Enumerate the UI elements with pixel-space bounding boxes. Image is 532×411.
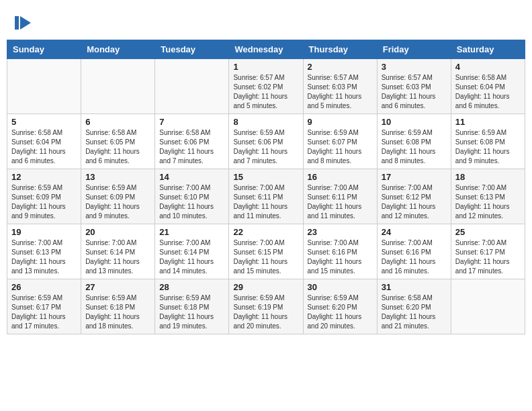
day-cell: 5Sunrise: 6:58 AM Sunset: 6:04 PM Daylig… xyxy=(7,114,81,169)
day-info: Sunrise: 6:58 AM Sunset: 6:20 PM Dayligh… xyxy=(382,293,447,331)
day-info: Sunrise: 7:00 AM Sunset: 6:13 PM Dayligh… xyxy=(11,238,77,276)
logo-icon xyxy=(13,13,32,32)
day-cell xyxy=(81,59,155,114)
day-cell: 17Sunrise: 7:00 AM Sunset: 6:12 PM Dayli… xyxy=(377,169,451,224)
day-info: Sunrise: 6:59 AM Sunset: 6:06 PM Dayligh… xyxy=(233,128,298,166)
day-number: 23 xyxy=(308,227,373,237)
day-cell xyxy=(451,279,525,334)
col-header-wednesday: Wednesday xyxy=(229,40,303,59)
day-number: 10 xyxy=(382,117,447,127)
day-number: 1 xyxy=(233,62,298,72)
day-cell: 7Sunrise: 6:58 AM Sunset: 6:06 PM Daylig… xyxy=(155,114,229,169)
day-info: Sunrise: 6:57 AM Sunset: 6:03 PM Dayligh… xyxy=(308,73,373,111)
day-info: Sunrise: 7:00 AM Sunset: 6:13 PM Dayligh… xyxy=(455,183,521,221)
day-cell: 22Sunrise: 7:00 AM Sunset: 6:15 PM Dayli… xyxy=(229,224,303,279)
day-cell: 12Sunrise: 6:59 AM Sunset: 6:09 PM Dayli… xyxy=(7,169,81,224)
day-number: 15 xyxy=(233,172,298,182)
day-info: Sunrise: 7:00 AM Sunset: 6:14 PM Dayligh… xyxy=(85,238,150,276)
day-info: Sunrise: 6:58 AM Sunset: 6:04 PM Dayligh… xyxy=(11,128,77,166)
day-number: 18 xyxy=(455,172,521,182)
day-cell: 24Sunrise: 7:00 AM Sunset: 6:16 PM Dayli… xyxy=(377,224,451,279)
day-info: Sunrise: 6:57 AM Sunset: 6:03 PM Dayligh… xyxy=(382,73,447,111)
day-number: 5 xyxy=(11,117,77,127)
day-number: 2 xyxy=(308,62,373,72)
col-header-thursday: Thursday xyxy=(303,40,377,59)
day-number: 6 xyxy=(85,117,150,127)
day-cell: 13Sunrise: 6:59 AM Sunset: 6:09 PM Dayli… xyxy=(81,169,155,224)
day-info: Sunrise: 6:59 AM Sunset: 6:09 PM Dayligh… xyxy=(11,183,77,221)
day-cell xyxy=(155,59,229,114)
col-header-friday: Friday xyxy=(377,40,451,59)
day-number: 12 xyxy=(11,172,77,182)
day-cell: 2Sunrise: 6:57 AM Sunset: 6:03 PM Daylig… xyxy=(303,59,377,114)
day-cell: 8Sunrise: 6:59 AM Sunset: 6:06 PM Daylig… xyxy=(229,114,303,169)
day-number: 17 xyxy=(382,172,447,182)
day-cell: 3Sunrise: 6:57 AM Sunset: 6:03 PM Daylig… xyxy=(377,59,451,114)
day-cell: 25Sunrise: 7:00 AM Sunset: 6:17 PM Dayli… xyxy=(451,224,525,279)
day-info: Sunrise: 7:00 AM Sunset: 6:17 PM Dayligh… xyxy=(455,238,521,276)
day-info: Sunrise: 7:00 AM Sunset: 6:11 PM Dayligh… xyxy=(308,183,373,221)
day-info: Sunrise: 6:57 AM Sunset: 6:02 PM Dayligh… xyxy=(233,73,298,111)
day-number: 9 xyxy=(308,117,373,127)
day-info: Sunrise: 6:58 AM Sunset: 6:06 PM Dayligh… xyxy=(159,128,224,166)
day-info: Sunrise: 6:59 AM Sunset: 6:09 PM Dayligh… xyxy=(85,183,150,221)
day-info: Sunrise: 7:00 AM Sunset: 6:12 PM Dayligh… xyxy=(382,183,447,221)
day-number: 27 xyxy=(85,282,150,292)
day-info: Sunrise: 6:58 AM Sunset: 6:05 PM Dayligh… xyxy=(85,128,150,166)
day-number: 22 xyxy=(233,227,298,237)
day-cell: 10Sunrise: 6:59 AM Sunset: 6:08 PM Dayli… xyxy=(377,114,451,169)
day-cell: 23Sunrise: 7:00 AM Sunset: 6:16 PM Dayli… xyxy=(303,224,377,279)
day-cell: 27Sunrise: 6:59 AM Sunset: 6:18 PM Dayli… xyxy=(81,279,155,334)
day-info: Sunrise: 7:00 AM Sunset: 6:16 PM Dayligh… xyxy=(382,238,447,276)
col-header-tuesday: Tuesday xyxy=(155,40,229,59)
day-info: Sunrise: 7:00 AM Sunset: 6:15 PM Dayligh… xyxy=(233,238,298,276)
day-number: 4 xyxy=(455,62,521,72)
day-cell: 20Sunrise: 7:00 AM Sunset: 6:14 PM Dayli… xyxy=(81,224,155,279)
calendar-header-row: SundayMondayTuesdayWednesdayThursdayFrid… xyxy=(7,40,525,59)
day-cell: 29Sunrise: 6:59 AM Sunset: 6:19 PM Dayli… xyxy=(229,279,303,334)
day-number: 3 xyxy=(382,62,447,72)
week-row-3: 12Sunrise: 6:59 AM Sunset: 6:09 PM Dayli… xyxy=(7,169,525,224)
week-row-1: 1Sunrise: 6:57 AM Sunset: 6:02 PM Daylig… xyxy=(7,59,525,114)
day-cell: 21Sunrise: 7:00 AM Sunset: 6:14 PM Dayli… xyxy=(155,224,229,279)
col-header-sunday: Sunday xyxy=(7,40,81,59)
day-info: Sunrise: 6:59 AM Sunset: 6:17 PM Dayligh… xyxy=(11,293,77,331)
day-number: 16 xyxy=(308,172,373,182)
day-number: 21 xyxy=(159,227,224,237)
day-cell: 6Sunrise: 6:58 AM Sunset: 6:05 PM Daylig… xyxy=(81,114,155,169)
day-number: 29 xyxy=(233,282,298,292)
day-info: Sunrise: 6:58 AM Sunset: 6:04 PM Dayligh… xyxy=(455,73,521,111)
day-info: Sunrise: 7:00 AM Sunset: 6:11 PM Dayligh… xyxy=(233,183,298,221)
day-cell: 18Sunrise: 7:00 AM Sunset: 6:13 PM Dayli… xyxy=(451,169,525,224)
week-row-5: 26Sunrise: 6:59 AM Sunset: 6:17 PM Dayli… xyxy=(7,279,525,334)
day-info: Sunrise: 7:00 AM Sunset: 6:10 PM Dayligh… xyxy=(159,183,224,221)
day-info: Sunrise: 6:59 AM Sunset: 6:18 PM Dayligh… xyxy=(159,293,224,331)
day-cell xyxy=(7,59,81,114)
day-cell: 9Sunrise: 6:59 AM Sunset: 6:07 PM Daylig… xyxy=(303,114,377,169)
day-info: Sunrise: 7:00 AM Sunset: 6:14 PM Dayligh… xyxy=(159,238,224,276)
day-number: 26 xyxy=(11,282,77,292)
col-header-saturday: Saturday xyxy=(451,40,525,59)
day-info: Sunrise: 6:59 AM Sunset: 6:18 PM Dayligh… xyxy=(85,293,150,331)
day-cell: 15Sunrise: 7:00 AM Sunset: 6:11 PM Dayli… xyxy=(229,169,303,224)
day-cell: 4Sunrise: 6:58 AM Sunset: 6:04 PM Daylig… xyxy=(451,59,525,114)
day-info: Sunrise: 6:59 AM Sunset: 6:20 PM Dayligh… xyxy=(308,293,373,331)
day-info: Sunrise: 6:59 AM Sunset: 6:08 PM Dayligh… xyxy=(382,128,447,166)
day-cell: 19Sunrise: 7:00 AM Sunset: 6:13 PM Dayli… xyxy=(7,224,81,279)
day-cell: 11Sunrise: 6:59 AM Sunset: 6:08 PM Dayli… xyxy=(451,114,525,169)
day-number: 24 xyxy=(382,227,447,237)
day-info: Sunrise: 6:59 AM Sunset: 6:19 PM Dayligh… xyxy=(233,293,298,331)
day-number: 11 xyxy=(455,117,521,127)
day-number: 20 xyxy=(85,227,150,237)
day-info: Sunrise: 6:59 AM Sunset: 6:07 PM Dayligh… xyxy=(308,128,373,166)
day-number: 14 xyxy=(159,172,224,182)
week-row-2: 5Sunrise: 6:58 AM Sunset: 6:04 PM Daylig… xyxy=(7,114,525,169)
day-number: 28 xyxy=(159,282,224,292)
day-info: Sunrise: 6:59 AM Sunset: 6:08 PM Dayligh… xyxy=(455,128,521,166)
svg-rect-2 xyxy=(15,16,19,30)
week-row-4: 19Sunrise: 7:00 AM Sunset: 6:13 PM Dayli… xyxy=(7,224,525,279)
logo xyxy=(13,13,34,32)
day-cell: 1Sunrise: 6:57 AM Sunset: 6:02 PM Daylig… xyxy=(229,59,303,114)
day-info: Sunrise: 7:00 AM Sunset: 6:16 PM Dayligh… xyxy=(308,238,373,276)
day-cell: 31Sunrise: 6:58 AM Sunset: 6:20 PM Dayli… xyxy=(377,279,451,334)
